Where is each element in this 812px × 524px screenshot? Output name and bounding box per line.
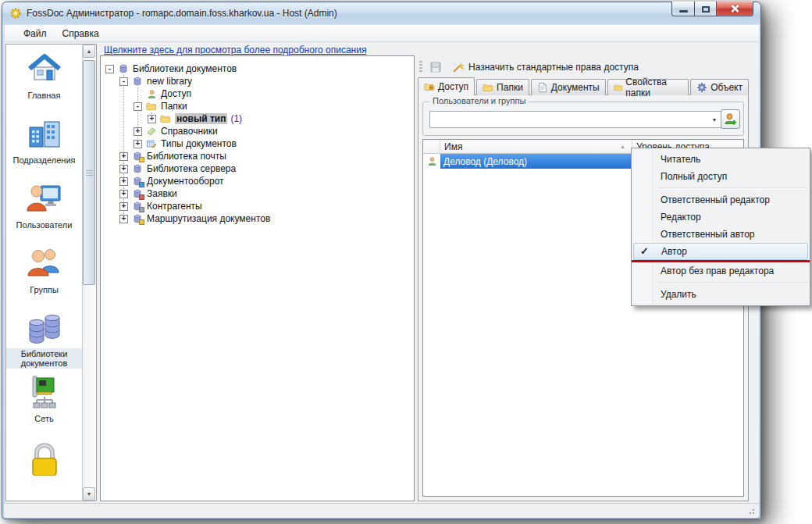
home-icon [24,48,65,90]
tree-item-requests[interactable]: + Заявки [101,187,414,200]
assign-standard-rights-button[interactable]: Назначить стандартные права доступа [449,59,642,76]
sidebar-item-document-libraries[interactable]: Библиотеки документов [6,306,82,371]
close-button[interactable] [717,2,753,16]
server-library-icon [131,163,144,174]
tree-item-document-libraries[interactable]: - Библиотеки документов [101,62,414,75]
menu-item-full-access[interactable]: Полный доступ [632,168,810,185]
menu-file[interactable]: Файл [16,26,55,41]
window-title: FossDoc Администратор - romapc.domain.fo… [27,8,337,19]
tree-collapse-icon[interactable]: - [134,102,142,111]
selected-tree-item-label[interactable]: новый тип [175,113,227,124]
tree-collapse-icon[interactable]: - [105,65,114,73]
document-libraries-tree: - Библиотеки документов - new library До… [101,56,414,225]
tree-item-mail-library[interactable]: + Библиотека почты [101,150,414,162]
tree-expand-icon[interactable]: + [119,177,128,186]
users-groups-combobox[interactable]: ▼ [429,111,721,128]
sidebar-item-network[interactable]: Сеть [6,371,82,436]
lock-icon [24,436,65,478]
tree-expand-icon[interactable]: + [134,127,142,136]
user-name-cell[interactable]: Деловод (Деловод) [440,154,632,169]
users-groups-label: Пользователи и группы [429,96,529,105]
tab-folder-properties[interactable]: Свойства папки [607,79,689,95]
flow-badge-icon [139,182,144,187]
sidebar-item-departments[interactable]: Подразделения [6,112,82,177]
users-groups-combo-input[interactable] [430,114,708,125]
sidebar-item-users[interactable]: Пользователи [6,177,82,242]
tab-folders[interactable]: Папки [476,79,529,95]
tree-expand-icon[interactable]: + [119,152,128,161]
tab-documents[interactable]: Документы [531,79,606,95]
person-icon [145,88,158,99]
app-icon [9,7,22,20]
name-column-header[interactable]: Имя ▲ [440,140,632,153]
tree-expand-icon[interactable]: + [119,202,128,211]
tree-item-server-library[interactable]: + Библиотека сервера [101,162,414,175]
menu-item-author[interactable]: ✓ Автор [633,243,808,260]
combo-dropdown-icon[interactable]: ▼ [708,117,721,123]
minimize-icon [679,10,688,12]
tree-item-contractors[interactable]: + Контрагенты [101,200,414,212]
tree-expand-icon[interactable]: + [119,165,128,173]
menu-item-responsible-author[interactable]: Ответственный автор [632,226,810,243]
save-button[interactable] [427,59,444,76]
add-user-button[interactable] [721,109,740,129]
menu-help[interactable]: Справка [55,26,107,41]
network-icon [24,371,65,413]
close-icon [729,4,740,13]
description-link[interactable]: Щелкните здесь для просмотра более подро… [104,45,366,55]
menu-item-reader[interactable]: Читатель [632,151,810,168]
menu-item-editor[interactable]: Редактор [632,209,810,226]
tree-item-document-flow[interactable]: + Документооборот [101,175,414,187]
maximize-icon [702,6,710,12]
check-icon: ✓ [640,245,649,257]
tree-item-access[interactable]: Доступ [101,87,414,100]
sidebar-item-home[interactable]: Главная [6,48,82,112]
access-level-context-menu: Читатель Полный доступ Ответственный ред… [631,148,810,306]
sidebar-item-security[interactable] [6,436,82,501]
groups-icon [24,242,65,284]
tab-strip: Доступ Папки Документы [418,77,749,95]
desktop: FossDoc Администратор - romapc.domain.fo… [0,0,812,524]
tree-item-document-types[interactable]: + Типы документов [101,137,414,150]
scrollbar-thumb[interactable] [83,60,95,285]
minimize-button[interactable] [671,2,695,16]
tab-label: Объект [710,82,743,93]
navigation-pane: Главная Подразделения [5,44,97,501]
tree-expand-icon[interactable]: + [119,190,128,198]
document-types-icon [145,138,158,149]
tree-item-folders[interactable]: - Папки [101,100,414,112]
sidebar-item-groups[interactable]: Группы [6,242,82,307]
resize-grip[interactable] [746,505,756,515]
tree-expand-icon[interactable]: + [119,215,128,223]
tree-expand-icon[interactable]: + [134,140,142,148]
scroll-up-icon[interactable]: ▲ [83,45,95,58]
scroll-down-icon[interactable]: ▼ [83,487,95,501]
icon-column-header[interactable] [423,140,440,153]
menu-item-delete[interactable]: Удалить [632,286,810,303]
tree-item-directories[interactable]: + Справочники [101,125,414,137]
tree-expand-icon[interactable]: + [148,115,156,123]
toolbar-grip-icon [419,61,422,73]
tab-object[interactable]: Объект [690,79,749,95]
folder-icon [145,101,158,112]
menu-item-responsible-editor[interactable]: Ответственный редактор [632,191,810,209]
tree-item-new-type[interactable]: + новый тип (1) [101,112,414,125]
tree-item-document-routing[interactable]: + Маршрутизация документов [101,212,414,225]
sidebar-scrollbar[interactable]: ▲ ▼ [82,45,95,501]
tab-label: Доступ [438,81,468,92]
sidebar: Главная Подразделения [6,45,82,501]
tree-item-new-library[interactable]: - new library [101,75,414,87]
users-groups-groupbox: Пользователи и группы ▼ [422,102,744,136]
tab-label: Документы [551,82,600,93]
tab-label: Папки [497,82,523,93]
maximize-button[interactable] [695,2,717,16]
user-icon [423,154,440,169]
tree-collapse-icon[interactable]: - [119,77,128,86]
contractors-icon [131,201,144,212]
menu-item-author-without-editor-rights[interactable]: Автор без прав редактора [632,262,810,280]
access-folder-icon [424,81,435,92]
folder-icon [159,113,172,124]
menu-separator [632,185,810,191]
tab-access[interactable]: Доступ [418,77,475,95]
menubar: Файл Справка [5,25,759,42]
